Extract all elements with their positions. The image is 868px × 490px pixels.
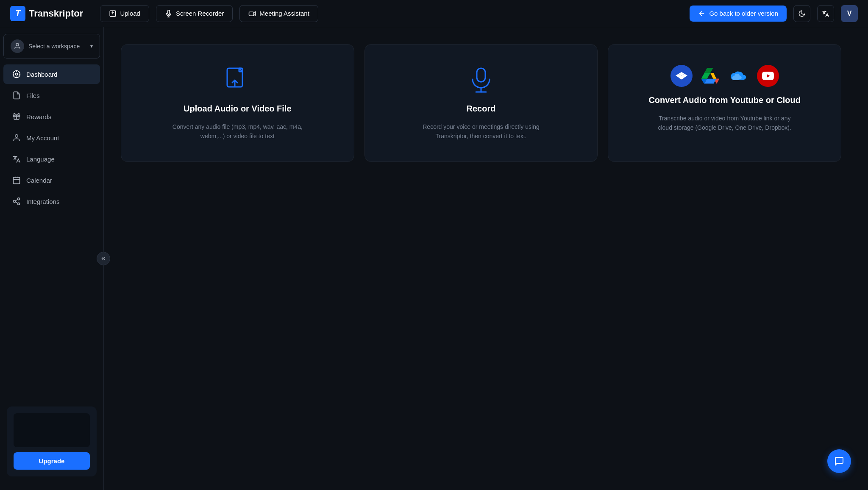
svg-point-4 — [16, 43, 19, 46]
sidebar-item-language[interactable]: Language — [3, 149, 100, 169]
sidebar-item-label: Dashboard — [26, 71, 57, 78]
svg-point-18 — [14, 200, 16, 203]
files-icon — [12, 91, 21, 100]
workspace-label: Select a workspace — [28, 43, 86, 50]
rewards-icon — [12, 112, 21, 121]
chat-button[interactable] — [827, 449, 851, 473]
cloud-card-desc: Transcribe audio or video from Youtube l… — [657, 114, 793, 133]
youtube-icon — [757, 65, 779, 87]
microphone-icon — [165, 10, 172, 17]
cloud-card[interactable]: Convert Audio from Youtube or Cloud Tran… — [608, 44, 841, 162]
dashboard-icon — [12, 70, 21, 79]
meeting-assistant-button[interactable]: Meeting Assistant — [239, 5, 318, 22]
sidebar-item-calendar[interactable]: Calendar — [3, 170, 100, 190]
sidebar: Select a workspace ▾ Dashboard — [0, 27, 104, 490]
cloud-card-title: Convert Audio from Youtube or Cloud — [648, 95, 801, 105]
integrations-icon — [12, 197, 21, 206]
cloud-icons — [670, 65, 779, 87]
record-card-icon — [466, 65, 496, 95]
sidebar-item-label: Rewards — [26, 113, 51, 120]
upload-button[interactable]: Upload — [100, 5, 149, 22]
svg-rect-13 — [14, 177, 20, 184]
screen-recorder-button[interactable]: Screen Recorder — [156, 5, 233, 22]
svg-line-21 — [15, 199, 18, 200]
svg-point-6 — [16, 73, 18, 75]
svg-line-20 — [15, 202, 18, 203]
sidebar-item-label: Calendar — [26, 177, 52, 184]
chat-icon — [834, 456, 844, 466]
upgrade-preview — [14, 413, 90, 447]
sidebar-item-my-account[interactable]: My Account — [3, 128, 100, 148]
translate-icon — [822, 10, 829, 17]
google-drive-icon — [699, 65, 721, 87]
record-card-desc: Record your voice or meetings directly u… — [413, 122, 549, 141]
onedrive-icon — [728, 65, 750, 87]
sidebar-item-label: Files — [26, 92, 40, 99]
theme-toggle-button[interactable] — [793, 5, 810, 22]
svg-point-17 — [18, 198, 20, 200]
record-card-title: Record — [467, 104, 496, 114]
navbar: T Transkriptor Upload Screen Recorder Me… — [0, 0, 868, 27]
go-back-button[interactable]: Go back to older version — [690, 6, 787, 22]
chevrons-left-icon — [100, 256, 106, 262]
workspace-selector[interactable]: Select a workspace ▾ — [3, 34, 100, 58]
sidebar-item-rewards[interactable]: Rewards — [3, 107, 100, 126]
language-button[interactable] — [817, 5, 834, 22]
svg-rect-24 — [477, 68, 485, 82]
collapse-sidebar-button[interactable] — [97, 252, 110, 265]
sidebar-item-dashboard[interactable]: Dashboard — [3, 64, 100, 84]
record-card[interactable]: Record Record your voice or meetings dir… — [364, 44, 598, 162]
moon-icon — [798, 10, 806, 17]
language-icon — [12, 154, 21, 164]
upload-card-icon — [222, 65, 253, 95]
meeting-icon — [248, 10, 256, 17]
upgrade-card: Upgrade — [7, 406, 97, 476]
workspace-icon — [11, 39, 24, 53]
dropbox-icon — [670, 65, 693, 87]
upload-card-title: Upload Audio or Video File — [184, 104, 291, 114]
upload-card[interactable]: Upload Audio or Video File Convert any a… — [121, 44, 354, 162]
calendar-icon — [12, 175, 21, 185]
logo: T Transkriptor — [10, 6, 83, 21]
content-area: Upload Audio or Video File Convert any a… — [104, 27, 868, 490]
cards-grid: Upload Audio or Video File Convert any a… — [121, 44, 841, 162]
svg-point-19 — [18, 203, 20, 205]
my-account-icon — [12, 133, 21, 142]
sidebar-item-label: Integrations — [26, 198, 59, 205]
logo-text: Transkriptor — [29, 8, 83, 19]
svg-rect-3 — [249, 12, 254, 16]
sidebar-item-label: Language — [26, 156, 55, 163]
sidebar-item-label: My Account — [26, 134, 59, 142]
logo-icon: T — [10, 6, 25, 21]
sidebar-item-files[interactable]: Files — [3, 86, 100, 105]
upgrade-button[interactable]: Upgrade — [14, 452, 90, 470]
upload-card-desc: Convert any audio file (mp3, mp4, wav, a… — [170, 122, 305, 141]
upload-icon — [109, 10, 117, 17]
go-back-icon — [698, 10, 706, 17]
sidebar-bottom: Upgrade — [0, 400, 103, 483]
avatar-button[interactable]: V — [841, 5, 858, 22]
chevron-down-icon: ▾ — [90, 43, 93, 49]
svg-point-12 — [15, 135, 18, 138]
main-layout: Select a workspace ▾ Dashboard — [0, 27, 868, 490]
sidebar-item-integrations[interactable]: Integrations — [3, 192, 100, 211]
